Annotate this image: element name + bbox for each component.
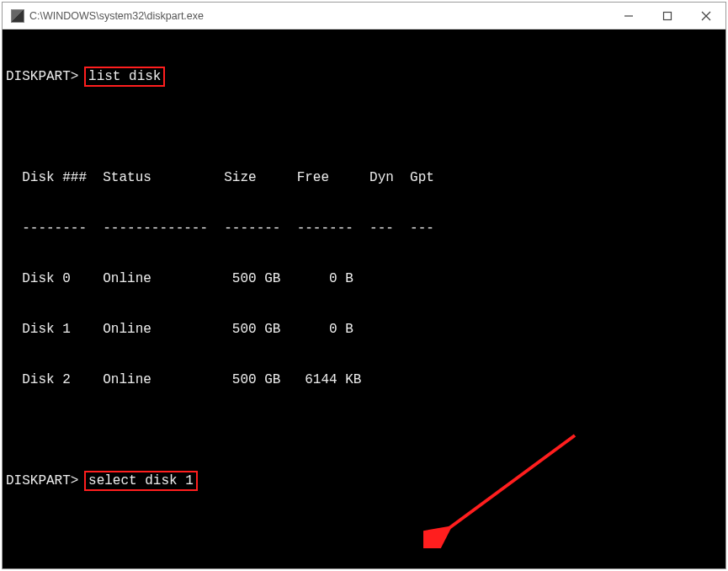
disk-table-header: Disk ### Status Size Free Dyn Gpt xyxy=(6,169,722,186)
terminal-area[interactable]: DISKPART> list disk Disk ### Status Size… xyxy=(3,29,725,568)
cmd-list-disk: list disk xyxy=(87,69,162,84)
disk-table-divider: -------- ------------- ------- ------- -… xyxy=(6,220,722,237)
svg-rect-1 xyxy=(664,12,672,19)
prompt-line: DISKPART> select disk 1 xyxy=(6,472,722,489)
cmd-select-disk: select disk 1 xyxy=(87,473,195,488)
window-title: C:\WINDOWS\system32\diskpart.exe xyxy=(29,10,204,22)
prompt: DISKPART> xyxy=(6,69,78,84)
prompt-line: DISKPART> list disk xyxy=(6,68,722,85)
disk-table-row: Disk 2 Online 500 GB 6144 KB xyxy=(6,371,722,388)
titlebar[interactable]: C:\WINDOWS\system32\diskpart.exe xyxy=(3,3,725,29)
maximize-button[interactable] xyxy=(648,3,687,29)
diskpart-window: C:\WINDOWS\system32\diskpart.exe DISKPAR… xyxy=(2,2,726,569)
disk-table-row: Disk 0 Online 500 GB 0 B xyxy=(6,270,722,287)
minimize-button[interactable] xyxy=(609,3,648,29)
prompt: DISKPART> xyxy=(6,473,78,488)
disk-table-row: Disk 1 Online 500 GB 0 B xyxy=(6,321,722,338)
app-icon xyxy=(11,9,24,23)
close-button[interactable] xyxy=(687,3,725,29)
